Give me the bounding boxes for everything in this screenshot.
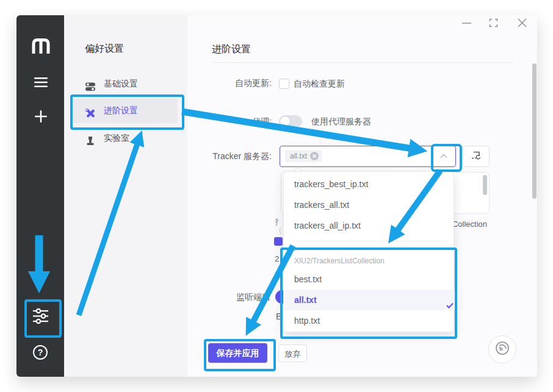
toggle-knob <box>280 116 291 127</box>
tracker-tag: all.txt <box>285 150 322 162</box>
sidebar-item-label: 实验室 <box>104 127 129 149</box>
sync-trackers-button[interactable] <box>463 146 490 167</box>
lab-icon <box>85 132 96 143</box>
dropdown-option[interactable]: trackers_all.txt <box>284 194 463 215</box>
textarea-scrollbar[interactable] <box>483 175 487 195</box>
close-icon[interactable] <box>517 18 527 28</box>
gauge-icon <box>494 340 510 358</box>
tag-close-icon[interactable] <box>310 152 319 160</box>
task-list-icon[interactable] <box>34 77 48 88</box>
page-scrollbar[interactable] <box>532 63 537 199</box>
app-logo-icon <box>31 37 51 54</box>
screenshot-canvas: ? 偏好设置 基础设置 进阶设置 <box>0 0 553 392</box>
auto-update-label: 自动更新: <box>187 78 272 89</box>
sidebar-item-label: 基础设置 <box>104 73 138 94</box>
annotation-box-advanced-settings <box>70 94 184 130</box>
sidebar-item-lab[interactable]: 实验室 <box>85 127 129 149</box>
sidebar-item-basic-settings[interactable]: 基础设置 <box>85 73 138 94</box>
annotation-box-settings-icon <box>24 299 62 338</box>
dropdown-option[interactable]: trackers_best_ip.txt <box>284 174 463 194</box>
hidden-text-fragment: 2 <box>275 254 279 263</box>
auto-update-checkbox[interactable] <box>279 79 289 89</box>
annotation-box-save-button <box>204 339 276 371</box>
maximize-icon[interactable] <box>489 18 498 27</box>
listen-port-label: 监听端口 <box>209 292 270 303</box>
hidden-text-fragment: 〈 <box>275 226 282 237</box>
tracker-tag-label: all.txt <box>290 150 307 162</box>
preferences-title: 偏好设置 <box>85 43 124 55</box>
dropdown-divider <box>292 241 447 241</box>
speed-limit-button[interactable] <box>488 335 516 363</box>
add-task-icon[interactable] <box>34 109 48 124</box>
dropdown-option[interactable]: trackers_all_ip.txt <box>284 215 463 236</box>
annotation-box-dropdown-group <box>280 248 457 339</box>
hidden-checkbox-fragment <box>274 237 283 246</box>
tracker-label: Tracker 服务器: <box>187 151 272 162</box>
minimize-icon[interactable] <box>462 23 471 24</box>
page-title: 进阶设置 <box>212 43 251 56</box>
title-divider <box>212 62 513 63</box>
proxy-label: 代理: <box>187 116 272 127</box>
discard-button[interactable]: 放弃 <box>278 344 307 362</box>
proxy-toggle[interactable] <box>279 115 302 127</box>
tracker-select[interactable]: all.txt <box>280 146 456 167</box>
annotation-box-chevron <box>431 144 462 172</box>
help-icon[interactable]: ? <box>33 345 48 360</box>
basic-settings-icon <box>85 78 96 89</box>
auto-update-checkbox-label[interactable]: 自动检查更新 <box>294 79 345 90</box>
preferences-panel <box>64 15 187 377</box>
proxy-toggle-label[interactable]: 使用代理服务器 <box>311 116 371 127</box>
sync-icon <box>471 151 482 163</box>
